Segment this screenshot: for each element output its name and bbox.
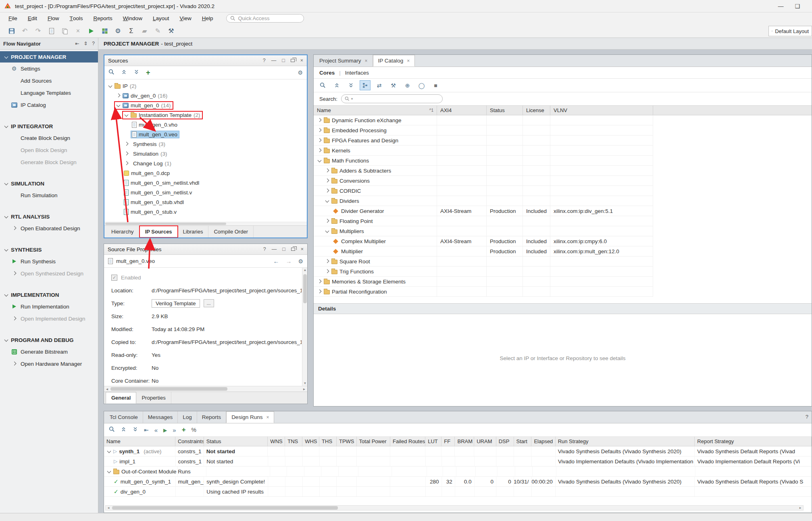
expander-icon[interactable] bbox=[325, 269, 329, 274]
collapse-panel-icon[interactable]: ⇤ bbox=[75, 41, 79, 46]
source-tree-item[interactable]: div_gen_0(16) bbox=[104, 91, 307, 100]
ip-catalog-row[interactable]: Kernels bbox=[314, 146, 653, 156]
tab-close-icon[interactable]: × bbox=[365, 58, 368, 64]
column-header-total-power[interactable]: Total Power bbox=[357, 437, 390, 446]
expander-icon[interactable] bbox=[317, 279, 322, 284]
tab-tcl-console[interactable]: Tcl Console bbox=[105, 411, 143, 423]
search-button[interactable] bbox=[108, 69, 115, 76]
column-header-failed-routes[interactable]: Failed Routes bbox=[390, 437, 425, 446]
go-first-button[interactable]: ⇤ bbox=[144, 427, 149, 433]
flow-item-open-synthesized-design[interactable]: Open Synthesized Design bbox=[0, 267, 98, 279]
expander-icon[interactable] bbox=[4, 54, 8, 59]
menu-window[interactable]: Window bbox=[118, 13, 148, 24]
menu-help[interactable]: Help bbox=[197, 13, 219, 24]
menu-tools[interactable]: Tools bbox=[65, 13, 88, 24]
tab-design-runs[interactable]: Design Runs× bbox=[226, 411, 274, 423]
ip-catalog-row[interactable]: CORDIC bbox=[314, 186, 653, 196]
menu-layout[interactable]: Layout bbox=[148, 13, 175, 24]
collapse-all-button[interactable] bbox=[331, 80, 342, 90]
flow-section-simulation[interactable]: SIMULATION bbox=[0, 178, 98, 189]
subtab-cores[interactable]: Cores bbox=[319, 70, 335, 76]
tab-close-icon[interactable]: × bbox=[266, 415, 269, 420]
add-button[interactable]: + bbox=[146, 69, 150, 77]
expander-icon[interactable] bbox=[4, 214, 8, 219]
ip-catalog-row[interactable]: Conversions bbox=[314, 176, 653, 186]
design-run-row[interactable]: ▷synth_1(active)constrs_1Not startedViva… bbox=[104, 446, 812, 456]
column-header-name[interactable]: Name bbox=[104, 437, 175, 446]
column-header-wns[interactable]: WNS bbox=[268, 437, 285, 446]
source-tree-item[interactable]: Simulation(3) bbox=[104, 149, 307, 158]
expander-icon[interactable] bbox=[4, 247, 8, 252]
collapse-all-button[interactable] bbox=[121, 69, 127, 76]
scrollbar-thumb[interactable] bbox=[110, 387, 227, 391]
redo-button[interactable]: ↷ bbox=[31, 25, 45, 36]
expander-icon[interactable] bbox=[124, 151, 129, 156]
expander-icon[interactable] bbox=[4, 181, 8, 186]
expander-icon[interactable] bbox=[317, 128, 322, 133]
menu-reports[interactable]: Reports bbox=[88, 13, 118, 24]
column-header-constraints[interactable]: Constraints bbox=[175, 437, 204, 446]
menu-view[interactable]: View bbox=[174, 13, 196, 24]
design-run-row[interactable]: Out-of-Context Module Runs bbox=[104, 467, 812, 477]
maximize-icon[interactable]: □ bbox=[282, 58, 285, 63]
tab-libraries[interactable]: Libraries bbox=[178, 226, 209, 238]
column-header-tns[interactable]: TNS bbox=[285, 437, 302, 446]
expander-icon[interactable] bbox=[116, 93, 121, 98]
column-header-status[interactable]: Status bbox=[487, 106, 523, 115]
expander-icon[interactable] bbox=[116, 103, 121, 108]
undo-button[interactable]: ↶ bbox=[18, 25, 31, 36]
column-header-vlnv[interactable]: VLNV bbox=[550, 106, 653, 115]
ip-catalog-row[interactable]: Partial Reconfiguration bbox=[314, 287, 653, 297]
expander-icon[interactable] bbox=[325, 198, 329, 203]
ip-catalog-row[interactable]: Memories & Storage Elements bbox=[314, 277, 653, 287]
ip-catalog-row[interactable]: MultiplierProductionIncludedxilinx.com:i… bbox=[314, 246, 653, 256]
scrollbar-thumb[interactable] bbox=[105, 223, 226, 225]
flow-item-open-hardware-manager[interactable]: Open Hardware Manager bbox=[0, 358, 98, 370]
sources-panel-titlebar[interactable]: Sources ? — □ × bbox=[104, 55, 307, 66]
menu-edit[interactable]: Edit bbox=[23, 13, 42, 24]
flow-section-ip-integrator[interactable]: IP INTEGRATOR bbox=[0, 121, 98, 132]
tab-hierarchy[interactable]: Hierarchy bbox=[106, 226, 139, 238]
source-tree-item[interactable]: mult_gen_0(14) bbox=[104, 100, 307, 110]
ip-catalog-row[interactable]: Embedded Processing bbox=[314, 125, 653, 135]
ip-catalog-row[interactable]: Complex MultiplierAXI4-StreamProductionI… bbox=[314, 236, 653, 246]
minimize-icon[interactable]: — bbox=[271, 58, 277, 63]
flow-section-synthesis[interactable]: SYNTHESIS bbox=[0, 244, 98, 255]
flow-item-open-implemented-design[interactable]: Open Implemented Design bbox=[0, 313, 98, 325]
scroll-right-icon[interactable]: ▸ bbox=[797, 506, 803, 510]
scroll-down-icon[interactable]: ▼ bbox=[302, 381, 307, 386]
subtab-interfaces[interactable]: Interfaces bbox=[345, 70, 369, 76]
expander-icon[interactable] bbox=[317, 118, 322, 123]
blocks-button[interactable] bbox=[98, 25, 111, 36]
ip-catalog-row[interactable]: Floating Point bbox=[314, 216, 653, 226]
float-icon[interactable] bbox=[291, 248, 295, 251]
close-icon[interactable]: × bbox=[301, 246, 304, 252]
flow-item-open-elaborated-design[interactable]: Open Elaborated Design bbox=[0, 222, 98, 234]
search-button[interactable] bbox=[109, 426, 115, 433]
hierarchy-button[interactable] bbox=[360, 80, 371, 90]
source-tree-item[interactable]: mult_gen_0_sim_netlist.vhdl bbox=[104, 178, 307, 188]
expander-icon[interactable] bbox=[325, 168, 329, 173]
column-header-tpws[interactable]: TPWS bbox=[337, 437, 357, 446]
tab-reports[interactable]: Reports bbox=[197, 411, 226, 423]
column-header-ff[interactable]: FF bbox=[441, 437, 455, 446]
swap-button[interactable]: ⇄ bbox=[374, 80, 385, 90]
help-icon[interactable]: ? bbox=[806, 414, 808, 420]
expander-icon[interactable] bbox=[325, 188, 329, 193]
tab-project-summary[interactable]: Project Summary× bbox=[314, 55, 373, 67]
source-tree-item[interactable]: mult_gen_0.veo bbox=[104, 129, 307, 139]
help-icon[interactable]: ? bbox=[92, 41, 95, 46]
source-tree-item[interactable]: IP(2) bbox=[104, 81, 307, 91]
run-button[interactable] bbox=[85, 25, 98, 36]
horizontal-scrollbar[interactable] bbox=[104, 222, 307, 225]
help-icon[interactable]: ? bbox=[263, 58, 266, 63]
maximize-icon[interactable]: □ bbox=[282, 246, 285, 252]
edit-button[interactable]: ✎ bbox=[151, 25, 164, 36]
expander-icon[interactable] bbox=[317, 289, 322, 294]
search-dropdown-caret[interactable]: ▾ bbox=[351, 97, 353, 101]
expander-icon[interactable] bbox=[106, 449, 111, 454]
column-header-report-strategy[interactable]: Report Strategy bbox=[695, 437, 812, 446]
expander-icon[interactable] bbox=[124, 161, 129, 166]
expander-icon[interactable] bbox=[108, 83, 112, 88]
column-header-name[interactable]: Name^1 bbox=[314, 106, 437, 115]
